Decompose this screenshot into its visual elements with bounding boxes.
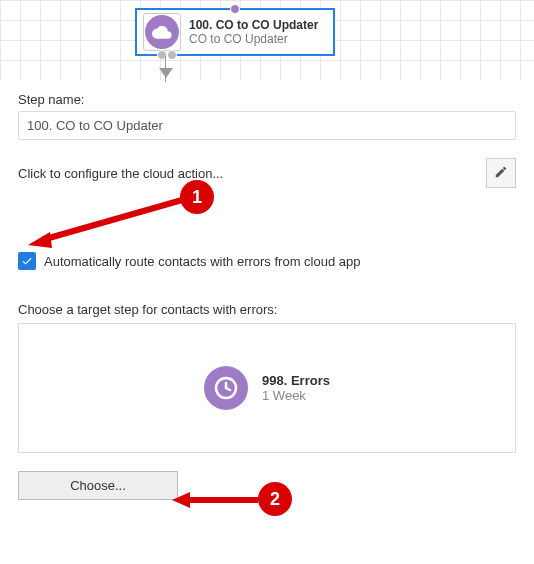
node-port-bottom-2[interactable]: [167, 50, 177, 60]
annotation-badge-1: 1: [180, 180, 214, 214]
target-step-label: Choose a target step for contacts with e…: [18, 302, 516, 317]
choose-button[interactable]: Choose...: [18, 471, 178, 500]
target-step-title: 998. Errors: [262, 373, 330, 388]
annotation-arrow-2: [168, 490, 268, 510]
node-title: 100. CO to CO Updater: [189, 18, 318, 32]
step-name-input[interactable]: [18, 111, 516, 140]
target-step-subtitle: 1 Week: [262, 388, 330, 403]
svg-marker-1: [28, 232, 52, 248]
clock-icon: [204, 366, 248, 410]
node-port-top[interactable]: [230, 4, 240, 14]
pencil-icon: [494, 165, 508, 182]
step-name-label: Step name:: [18, 92, 516, 107]
auto-route-checkbox[interactable]: [18, 252, 36, 270]
canvas-step-node[interactable]: 100. CO to CO Updater CO to CO Updater: [135, 8, 335, 56]
cloud-icon: [145, 15, 179, 49]
auto-route-label: Automatically route contacts with errors…: [44, 254, 360, 269]
node-subtitle: CO to CO Updater: [189, 32, 318, 46]
svg-line-0: [42, 200, 182, 240]
canvas-area: 100. CO to CO Updater CO to CO Updater: [0, 0, 534, 80]
target-step-box: 998. Errors 1 Week: [18, 323, 516, 453]
node-icon-frame: [143, 13, 181, 51]
annotation-badge-2: 2: [258, 482, 292, 516]
connector-arrowhead: [159, 68, 173, 78]
target-step-node[interactable]: 998. Errors 1 Week: [204, 366, 330, 410]
check-icon: [21, 255, 33, 267]
configure-text: Click to configure the cloud action...: [18, 166, 223, 181]
edit-button[interactable]: [486, 158, 516, 188]
annotation-arrow-1: [22, 190, 187, 250]
